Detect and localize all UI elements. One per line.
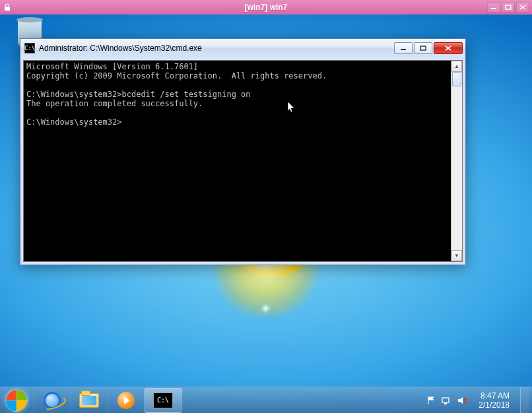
- cmd-close-button[interactable]: [434, 42, 463, 54]
- vm-close-button[interactable]: [516, 2, 529, 13]
- scroll-down-button[interactable]: ▼: [451, 250, 462, 261]
- sparkle-icon: ✦: [261, 302, 271, 316]
- windows-logo-icon: [5, 389, 28, 412]
- vm-maximize-button[interactable]: [502, 2, 515, 13]
- cmd-line: The operation completed successfully.: [26, 99, 203, 108]
- clock-date: 2/1/2018: [479, 400, 510, 410]
- cmd-title-text: Administrator: C:\Windows\System32\cmd.e…: [39, 44, 202, 53]
- cmd-line: C:\Windows\system32>bcdedit /set testsig…: [26, 90, 251, 99]
- vm-titlebar: [win7] win7: [0, 0, 532, 15]
- show-desktop-button[interactable]: [520, 387, 529, 414]
- tray-network-icon[interactable]: [442, 395, 452, 406]
- scroll-thumb[interactable]: [452, 72, 461, 86]
- svg-rect-4: [442, 398, 449, 402]
- cmd-console-output[interactable]: Microsoft Windows [Version 6.1.7601] Cop…: [24, 61, 451, 261]
- cmd-titlebar[interactable]: C:\ Administrator: C:\Windows\System32\c…: [20, 39, 465, 57]
- cmd-minimize-button[interactable]: [394, 42, 413, 54]
- tray-flag-icon[interactable]: [426, 395, 436, 406]
- cmd-line: Copyright (c) 2009 Microsoft Corporation…: [26, 71, 327, 80]
- lock-icon: [3, 3, 12, 12]
- cmd-scrollbar[interactable]: ▲ ▼: [451, 61, 462, 261]
- svg-rect-2: [401, 49, 406, 50]
- taskbar-cmd-button[interactable]: C:\: [145, 388, 182, 413]
- cmd-maximize-button[interactable]: [414, 42, 432, 54]
- folder-icon: [79, 393, 99, 408]
- svg-rect-3: [420, 46, 426, 50]
- cmd-line: Microsoft Windows [Version 6.1.7601]: [26, 62, 198, 71]
- clock-time: 8:47 AM: [479, 391, 510, 400]
- taskbar-clock[interactable]: 8:47 AM 2/1/2018: [475, 391, 514, 410]
- scroll-up-button[interactable]: ▲: [451, 61, 462, 72]
- svg-rect-1: [506, 5, 511, 9]
- guest-desktop[interactable]: ✦ Re C:\ Administrator: C:\Windows\Syste…: [0, 15, 532, 413]
- taskbar-media-player-button[interactable]: [107, 388, 144, 413]
- svg-rect-0: [491, 8, 496, 9]
- system-tray: 8:47 AM 2/1/2018: [420, 387, 532, 413]
- cmd-app-icon: C:\: [24, 43, 35, 53]
- vm-minimize-button[interactable]: [487, 2, 500, 13]
- tray-volume-icon[interactable]: [457, 395, 468, 406]
- svg-rect-5: [444, 403, 447, 404]
- cmd-window-controls: [394, 42, 463, 54]
- ie-icon: [44, 392, 61, 409]
- vm-title: [win7] win7: [245, 3, 288, 12]
- taskbar-explorer-button[interactable]: [70, 388, 107, 413]
- taskbar-ie-button[interactable]: [33, 388, 70, 413]
- mouse-cursor-icon: [279, 92, 296, 115]
- start-button[interactable]: [0, 387, 33, 414]
- taskbar: C:\ 8:47 AM 2/1/2018: [0, 387, 532, 413]
- media-player-icon: [117, 392, 135, 409]
- cmd-line: C:\Windows\system32>: [26, 117, 122, 127]
- vm-window-controls: [487, 2, 529, 13]
- cmd-icon: C:\: [153, 393, 173, 408]
- cmd-window[interactable]: C:\ Administrator: C:\Windows\System32\c…: [20, 38, 466, 265]
